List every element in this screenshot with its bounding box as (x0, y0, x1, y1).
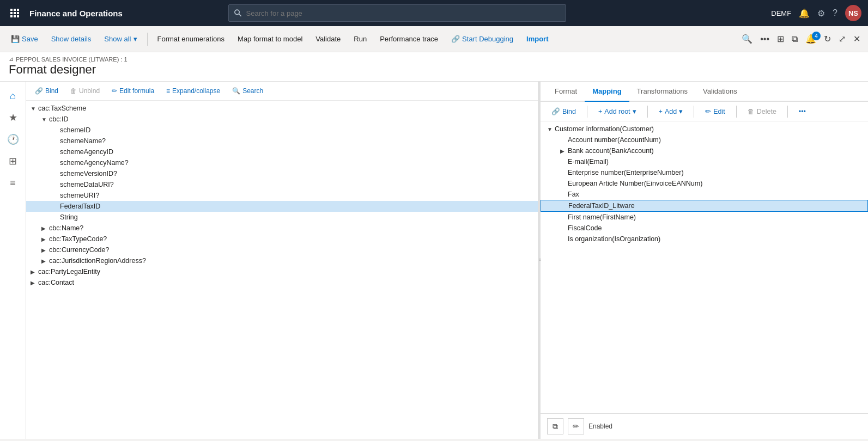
map-arrow-icon: ▶ (560, 148, 568, 154)
map-item-label: European Article Number(EinvoiceEANNum) (568, 180, 861, 187)
map-item-label: Fax (568, 191, 861, 198)
map-item-label: First name(FirstName) (568, 213, 861, 221)
search-format-button[interactable]: 🔍 Search (228, 85, 268, 97)
unbind-button[interactable]: 🗑 Unbind (66, 85, 104, 97)
mapping-tab-transformations[interactable]: Transformations (629, 82, 695, 102)
tree-item[interactable]: ▶cbc:TaxTypeCode? (26, 234, 538, 244)
page-title: Format designer (9, 63, 859, 81)
tree-item[interactable]: schemeAgencyName? (26, 157, 538, 168)
environment-label: DEMF (771, 9, 791, 17)
tree-item-label: cbc:CurrencyCode? (49, 246, 533, 254)
format-tree: ▼cac:TaxScheme▼cbc:IDschemeIDschemeName?… (26, 101, 538, 439)
tree-item[interactable]: ▶cac:PartyLegalEntity (26, 266, 538, 277)
mapping-tab-validations[interactable]: Validations (695, 82, 745, 102)
edit-button[interactable]: ✏ Edit (700, 105, 731, 118)
run-button[interactable]: Run (348, 32, 372, 46)
tree-item[interactable]: ▶cbc:CurrencyCode? (26, 244, 538, 255)
add-root-button[interactable]: + Add root ▾ (593, 105, 642, 118)
recent-icon[interactable]: 🕐 (3, 130, 23, 149)
tree-item[interactable]: ▼cac:TaxScheme (26, 103, 538, 114)
map-sep-1 (587, 106, 587, 118)
modules-icon[interactable]: ≡ (3, 173, 23, 193)
search-toolbar-icon[interactable]: 🔍 (739, 32, 755, 46)
tree-arrow-icon: ▶ (31, 280, 38, 286)
tree-item-label: cac:Contact (38, 279, 533, 286)
map-item[interactable]: Is organization(IsOrganization) (541, 234, 868, 244)
add-button[interactable]: + Add ▾ (653, 105, 689, 118)
map-item[interactable]: ▼Customer information(Customer) (541, 124, 868, 134)
tree-item-label: cac:JurisdictionRegionAddress? (49, 257, 533, 265)
show-all-button[interactable]: Show all ▾ (99, 32, 142, 46)
tree-item[interactable]: schemeVersionID? (26, 168, 538, 179)
import-button[interactable]: Import (521, 32, 554, 46)
nav-right-area: DEMF 🔔 ⚙ ? NS (771, 5, 861, 21)
mapping-tab-mapping[interactable]: Mapping (585, 82, 629, 102)
open-in-new-icon[interactable]: ⧉ (790, 32, 800, 46)
tree-item[interactable]: ▶cac:Contact (26, 277, 538, 288)
help-question-icon[interactable]: ? (833, 8, 837, 18)
edit-formula-button[interactable]: ✏ Edit formula (107, 85, 159, 97)
map-item[interactable]: Fax (541, 189, 868, 200)
mapping-footer: ⧉ ✏ Enabled (541, 413, 868, 439)
tree-item[interactable]: String (26, 212, 538, 223)
tree-item[interactable]: ▼cbc:ID (26, 114, 538, 125)
notification-bell-icon[interactable]: 🔔 (799, 8, 810, 19)
save-icon: 💾 (11, 35, 20, 43)
copy-footer-button[interactable]: ⧉ (547, 418, 563, 434)
map-item[interactable]: FiscalCode (541, 223, 868, 234)
map-item[interactable]: FederalTaxID_Litware (541, 200, 868, 212)
fullscreen-icon[interactable]: ⤢ (836, 32, 848, 46)
map-item[interactable]: E-mail(Email) (541, 156, 868, 167)
map-format-to-model-button[interactable]: Map format to model (232, 32, 308, 46)
favorites-icon[interactable]: ★ (3, 108, 23, 127)
map-arrow-icon: ▼ (547, 126, 555, 132)
start-debugging-button[interactable]: 🔗 Start Debugging (446, 32, 519, 46)
save-button[interactable]: 💾 Save (5, 32, 44, 46)
unbind-icon: 🗑 (70, 87, 77, 95)
tree-item[interactable]: FederalTaxID (26, 201, 538, 212)
svg-point-9 (235, 10, 239, 14)
bind-format-button[interactable]: 🔗 Bind (31, 85, 63, 97)
status-label: Enabled (588, 422, 612, 430)
more-mapping-button[interactable]: ••• (793, 106, 811, 118)
show-details-button[interactable]: Show details (46, 32, 97, 46)
personalize-icon[interactable]: ⊞ (775, 32, 786, 46)
mapping-tab-format[interactable]: Format (547, 82, 585, 102)
tree-item[interactable]: schemeDataURI? (26, 179, 538, 190)
validate-button[interactable]: Validate (310, 32, 346, 46)
global-search-box[interactable] (228, 4, 566, 22)
more-options-icon[interactable]: ••• (758, 32, 772, 46)
map-item[interactable]: Enterprise number(EnterpriseNumber) (541, 167, 868, 178)
tree-item[interactable]: schemeURI? (26, 190, 538, 201)
home-icon[interactable]: ⌂ (3, 86, 23, 106)
expand-collapse-button[interactable]: ≡ Expand/collapse (162, 85, 224, 97)
map-item[interactable]: Account number(AccountNum) (541, 134, 868, 145)
map-item[interactable]: European Article Number(EinvoiceEANNum) (541, 178, 868, 189)
workspaces-icon[interactable]: ⊞ (3, 151, 23, 171)
global-search-input[interactable] (246, 9, 561, 17)
grid-menu-icon[interactable] (7, 5, 23, 21)
refresh-icon[interactable]: ↻ (822, 32, 833, 46)
user-avatar[interactable]: NS (845, 5, 861, 21)
tree-item[interactable]: schemeID (26, 125, 538, 136)
map-item-label: Account number(AccountNum) (568, 136, 861, 144)
delete-button[interactable]: 🗑 Delete (742, 106, 782, 118)
tree-item-label: FederalTaxID (60, 203, 533, 210)
tree-item[interactable]: schemeName? (26, 136, 538, 146)
tree-item-label: schemeDataURI? (60, 181, 533, 188)
close-icon[interactable]: ✕ (851, 32, 863, 46)
edit-footer-button[interactable]: ✏ (568, 418, 584, 434)
mapping-bind-button[interactable]: 🔗 Bind (546, 105, 581, 118)
settings-gear-icon[interactable]: ⚙ (817, 8, 825, 19)
format-toolbar: 🔗 Bind 🗑 Unbind ✏ Edit formula ≡ Expand/… (26, 82, 538, 101)
tree-item[interactable]: schemeAgencyID (26, 146, 538, 157)
expand-icon: ≡ (166, 87, 170, 95)
svg-rect-7 (14, 15, 16, 17)
tree-item[interactable]: ▶cbc:Name? (26, 223, 538, 234)
mapping-toolbar: 🔗 Bind + Add root ▾ + Add ▾ ✏ Edit (541, 102, 868, 121)
format-enumerations-button[interactable]: Format enumerations (152, 32, 230, 46)
map-item[interactable]: First name(FirstName) (541, 212, 868, 223)
tree-item[interactable]: ▶cac:JurisdictionRegionAddress? (26, 255, 538, 266)
map-item[interactable]: ▶Bank account(BankAccount) (541, 145, 868, 156)
performance-trace-button[interactable]: Performance trace (374, 32, 444, 46)
